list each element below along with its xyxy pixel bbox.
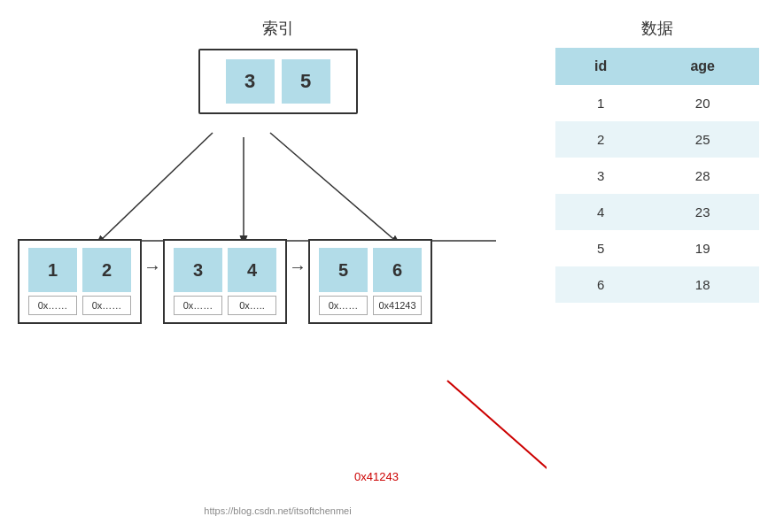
data-title: 数据 (555, 18, 759, 39)
leaf-row: 1 0x…… 2 0x…… → 3 0x…… 4 0x….. (18, 239, 538, 324)
col-header-id: id (555, 48, 646, 85)
leaf-arrow-2: → (287, 239, 308, 277)
svg-line-2 (270, 133, 399, 243)
leaf-cell-1-addr: 0x…… (28, 296, 77, 315)
leaf-cell-group-3: 3 0x…… (174, 248, 222, 315)
leaf-cell-6-val: 6 (373, 248, 422, 292)
index-title: 索引 (9, 18, 547, 39)
leaf-cell-1-val: 1 (28, 248, 77, 292)
cell-age: 23 (646, 194, 759, 230)
leaf-cell-group-2: 2 0x…… (82, 248, 131, 315)
leaf-cell-group-1: 1 0x…… (28, 248, 77, 315)
leaf-node-1: 1 0x…… 2 0x…… (18, 239, 142, 324)
table-row: 618 (555, 266, 759, 303)
leaf-node-3: 5 0x…… 6 0x41243 (308, 239, 432, 324)
table-header-row: id age (555, 48, 759, 85)
leaf-arrow-1: → (142, 239, 163, 277)
index-section: 索引 3 5 (9, 9, 547, 523)
cell-age: 25 (646, 121, 759, 158)
table-row: 519 (555, 230, 759, 266)
leaf-cell-4-val: 4 (228, 248, 276, 292)
root-node: 3 5 (198, 49, 358, 114)
table-row: 423 (555, 194, 759, 230)
leaf-cell-3-val: 3 (174, 248, 222, 292)
leaf-cell-4-addr: 0x….. (228, 296, 276, 315)
cell-age: 19 (646, 230, 759, 266)
data-section: 数据 id age 120225328423519618 (547, 9, 759, 523)
leaf-cell-group-6: 6 0x41243 (373, 248, 422, 315)
root-cell-1: 5 (282, 59, 330, 104)
main-container: 索引 3 5 (0, 0, 768, 532)
watermark: https://blog.csdn.net/itsoftchenmei (204, 505, 351, 516)
cell-id: 6 (555, 266, 646, 303)
cell-age: 18 (646, 266, 759, 303)
table-row: 328 (555, 158, 759, 194)
table-row: 225 (555, 121, 759, 158)
svg-line-0 (97, 133, 213, 243)
leaf-cell-5-val: 5 (319, 248, 368, 292)
root-cell-0: 3 (226, 59, 275, 104)
table-row: 120 (555, 85, 759, 121)
leaf-node-2: 3 0x…… 4 0x….. (163, 239, 287, 324)
leaf-cell-group-5: 5 0x…… (319, 248, 368, 315)
leaf-cell-group-4: 4 0x….. (228, 248, 276, 315)
cell-id: 3 (555, 158, 646, 194)
cell-id: 2 (555, 121, 646, 158)
leaf-cell-3-addr: 0x…… (174, 296, 222, 315)
leaf-cell-5-addr: 0x…… (319, 296, 368, 315)
cell-id: 5 (555, 230, 646, 266)
cell-id: 1 (555, 85, 646, 121)
cell-id: 4 (555, 194, 646, 230)
leaf-cell-2-val: 2 (82, 248, 131, 292)
cell-age: 20 (646, 85, 759, 121)
leaf-cell-6-addr: 0x41243 (373, 296, 422, 315)
leaf-cell-2-addr: 0x…… (82, 296, 131, 315)
cell-age: 28 (646, 158, 759, 194)
data-table: id age 120225328423519618 (555, 48, 759, 303)
pointer-label: 0x41243 (354, 470, 399, 483)
col-header-age: age (646, 48, 759, 85)
svg-line-3 (447, 381, 547, 478)
